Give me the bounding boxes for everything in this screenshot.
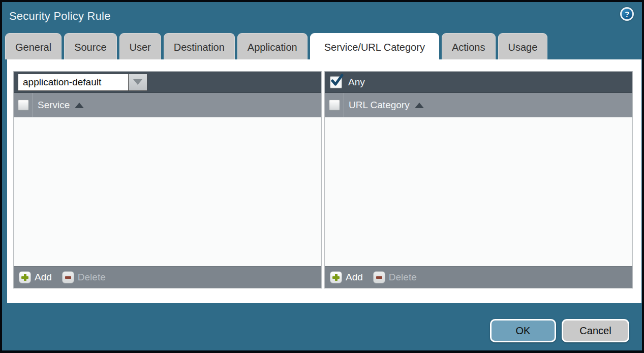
tab-user[interactable]: User [119, 33, 161, 59]
service-column-header[interactable]: Service [33, 100, 84, 111]
url-category-column-label: URL Category [349, 100, 410, 111]
url-category-panel-footer: Add Delete [325, 266, 632, 288]
screen: Security Policy Rule ? General Source Us… [0, 0, 644, 353]
service-panel-footer: Add Delete [14, 266, 321, 288]
ok-button[interactable]: OK [490, 319, 556, 342]
any-checkbox[interactable] [330, 76, 342, 88]
delete-button-label: Delete [389, 272, 417, 283]
url-category-panel-header: Any [325, 72, 632, 93]
url-category-add-button[interactable]: Add [330, 271, 363, 283]
add-plus-icon [330, 271, 342, 283]
delete-minus-icon [373, 271, 385, 283]
tab-destination[interactable]: Destination [164, 33, 235, 59]
tab-usage[interactable]: Usage [498, 33, 548, 59]
tab-content: application-default Service [7, 59, 641, 303]
sort-ascending-icon [415, 103, 424, 108]
add-button-label: Add [346, 272, 363, 283]
service-select-all-cell [14, 93, 33, 117]
sort-ascending-icon [75, 103, 84, 108]
url-category-column-header[interactable]: URL Category [344, 100, 424, 111]
add-plus-icon [19, 271, 31, 283]
delete-minus-icon [62, 271, 74, 283]
security-policy-rule-dialog: Security Policy Rule ? General Source Us… [2, 2, 642, 350]
add-button-label: Add [35, 272, 52, 283]
help-icon[interactable]: ? [620, 7, 634, 21]
delete-button-label: Delete [78, 272, 106, 283]
tab-source[interactable]: Source [64, 33, 116, 59]
cancel-button[interactable]: Cancel [562, 319, 629, 342]
any-label: Any [348, 77, 365, 88]
url-category-table-header: URL Category [325, 93, 632, 117]
service-add-button[interactable]: Add [19, 271, 52, 283]
service-type-value[interactable]: application-default [18, 74, 128, 91]
tab-application[interactable]: Application [237, 33, 308, 59]
chevron-down-icon [133, 79, 142, 85]
url-category-table-body[interactable] [325, 117, 632, 266]
checkmark-icon [330, 74, 344, 88]
dropdown-button[interactable] [128, 74, 147, 91]
service-panel: application-default Service [13, 71, 322, 288]
tab-strip: General Source User Destination Applicat… [5, 33, 639, 59]
service-column-label: Service [38, 100, 70, 111]
service-type-dropdown[interactable]: application-default [18, 74, 147, 91]
service-select-all-checkbox[interactable] [18, 100, 29, 111]
tab-actions[interactable]: Actions [442, 33, 496, 59]
url-category-select-all-checkbox[interactable] [329, 100, 340, 111]
service-panel-header: application-default [14, 72, 321, 93]
tab-general[interactable]: General [5, 33, 62, 59]
service-delete-button[interactable]: Delete [62, 271, 106, 283]
url-category-delete-button[interactable]: Delete [373, 271, 417, 283]
service-table-body[interactable] [14, 117, 321, 266]
tab-service-url-category[interactable]: Service/URL Category [310, 33, 439, 59]
dialog-title: Security Policy Rule [9, 10, 111, 23]
service-table-header: Service [14, 93, 321, 117]
url-category-select-all-cell [325, 93, 344, 117]
url-category-panel: Any URL Category Add [324, 71, 633, 288]
